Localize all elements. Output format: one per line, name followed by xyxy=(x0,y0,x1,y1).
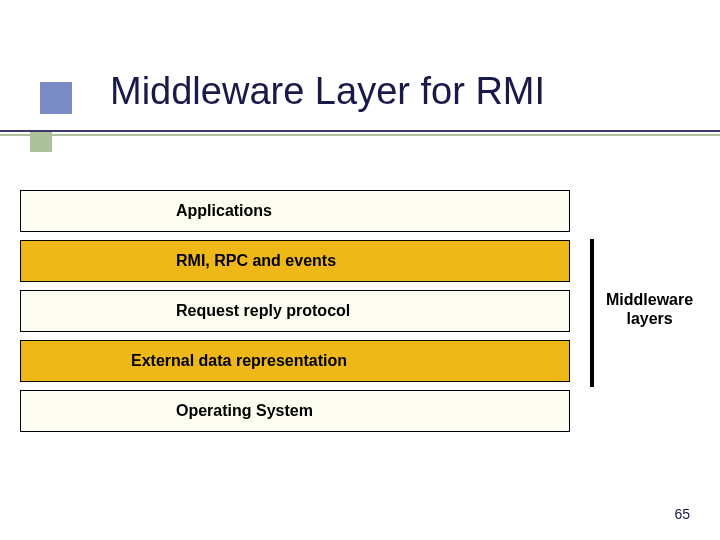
middleware-label: Middleware layers xyxy=(606,290,693,328)
decor-square-blue xyxy=(40,82,72,114)
layer-rmi-rpc: RMI, RPC and events xyxy=(20,240,570,282)
layer-applications-label: Applications xyxy=(176,202,272,220)
layer-external-data: External data representation xyxy=(20,340,570,382)
layer-operating-system-label: Operating System xyxy=(176,402,313,420)
slide-header: Middleware Layer for RMI xyxy=(0,0,720,155)
header-underline-dark xyxy=(0,130,720,132)
layer-request-reply-label: Request reply protocol xyxy=(176,302,350,320)
middleware-bracket xyxy=(590,239,594,387)
layer-applications: Applications xyxy=(20,190,570,232)
slide-title: Middleware Layer for RMI xyxy=(110,70,545,113)
layer-external-data-label: External data representation xyxy=(131,352,347,370)
layer-operating-system: Operating System xyxy=(20,390,570,432)
page-number: 65 xyxy=(674,506,690,522)
layer-rmi-rpc-label: RMI, RPC and events xyxy=(176,252,336,270)
layer-diagram: Applications RMI, RPC and events Request… xyxy=(20,190,700,440)
layer-request-reply: Request reply protocol xyxy=(20,290,570,332)
header-underline-green xyxy=(0,134,720,136)
middleware-label-line2: layers xyxy=(626,310,672,327)
middleware-label-line1: Middleware xyxy=(606,291,693,308)
